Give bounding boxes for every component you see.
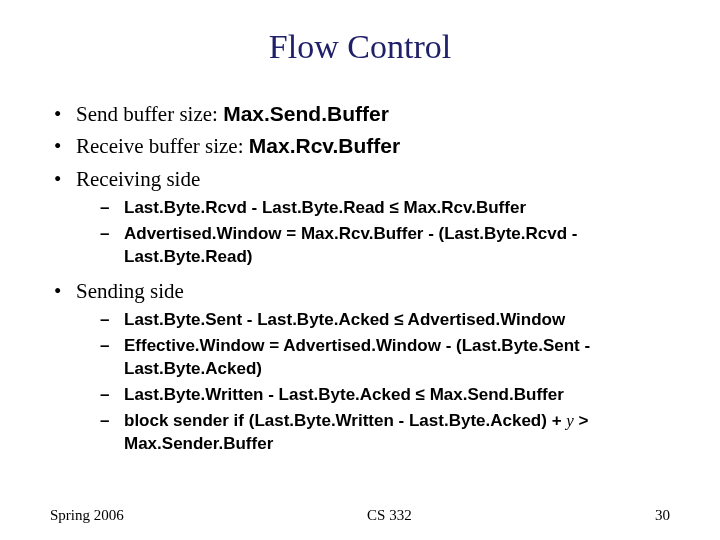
t: >: [574, 411, 589, 430]
sub-list-receiving: Last.Byte.Rcvd - Last.Byte.Read ≤ Max.Rc…: [76, 197, 670, 269]
t: block sender if (: [124, 411, 254, 430]
sub-bullet: Advertised.Window = Max.Rcv.Buffer - (La…: [76, 223, 670, 269]
slide: Flow Control Send buffer size: Max.Send.…: [0, 0, 720, 540]
bullet-recv-buffer: Receive buffer size: Max.Rcv.Buffer: [50, 132, 670, 160]
bullet-sending-side: Sending side Last.Byte.Sent - Last.Byte.…: [50, 277, 670, 456]
bullet-receiving-side: Receiving side Last.Byte.Rcvd - Last.Byt…: [50, 165, 670, 269]
code-text: Max.Send.Buffer: [223, 102, 389, 125]
t: Max.Sender.Buffer: [124, 434, 273, 453]
sub-bullet: block sender if (Last.Byte.Written - Las…: [76, 410, 670, 456]
sub-bullet: Last.Byte.Sent - Last.Byte.Acked ≤ Adver…: [76, 309, 670, 332]
sub-bullet: Last.Byte.Written - Last.Byte.Acked ≤ Ma…: [76, 384, 670, 407]
sub-bullet: Last.Byte.Rcvd - Last.Byte.Read ≤ Max.Rc…: [76, 197, 670, 220]
bullet-text: Receive buffer size:: [76, 134, 249, 158]
bullet-text: Sending side: [76, 279, 184, 303]
footer-center: CS 332: [367, 507, 412, 524]
sub-list-sending: Last.Byte.Sent - Last.Byte.Acked ≤ Adver…: [76, 309, 670, 456]
sub-bullet: Effective.Window = Advertised.Window - (…: [76, 335, 670, 381]
footer-left: Spring 2006: [50, 507, 124, 524]
t: ) +: [541, 411, 566, 430]
code-text: Max.Rcv.Buffer: [249, 134, 400, 157]
t: Last.Byte.Written - Last.Byte.Acked: [254, 411, 541, 430]
bullet-list: Send buffer size: Max.Send.Buffer Receiv…: [50, 100, 670, 456]
footer: Spring 2006 CS 332 30: [0, 507, 720, 524]
footer-right: 30: [655, 507, 670, 524]
slide-title: Flow Control: [50, 28, 670, 66]
bullet-send-buffer: Send buffer size: Max.Send.Buffer: [50, 100, 670, 128]
var-y: y: [566, 411, 574, 430]
bullet-text: Send buffer size:: [76, 102, 223, 126]
bullet-text: Receiving side: [76, 167, 200, 191]
